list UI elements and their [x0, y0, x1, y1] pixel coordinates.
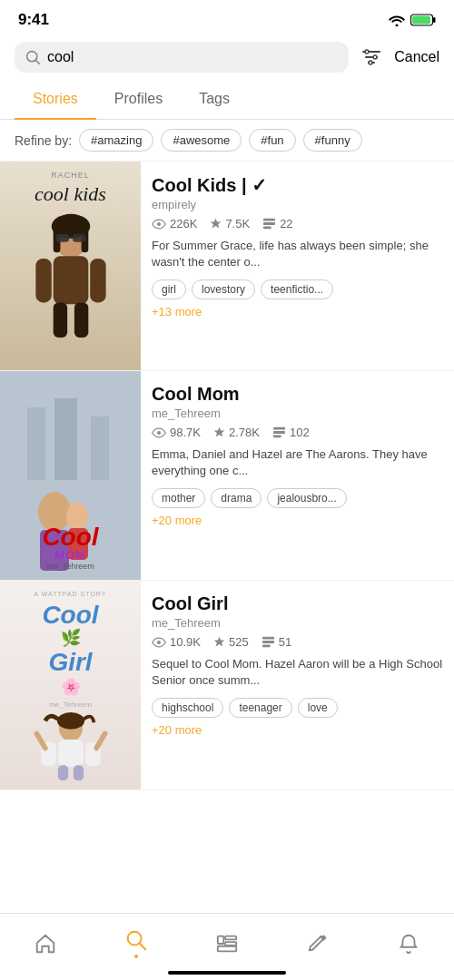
story-title: Cool Kids | ✓ — [152, 174, 443, 196]
more-tags[interactable]: +13 more — [152, 305, 443, 318]
nav-notifications[interactable] — [382, 928, 435, 959]
reads-stat: 98.7K — [152, 426, 201, 439]
svg-rect-36 — [273, 427, 285, 430]
svg-point-48 — [157, 641, 161, 644]
story-item-cool-mom[interactable]: AWATTPADSTORY Cool Mom me_Tehreem — [0, 371, 454, 581]
stars-stat: 7.5K — [210, 217, 250, 230]
tag-2[interactable]: jealousbro... — [267, 488, 346, 508]
svg-rect-29 — [54, 398, 77, 480]
chapters-icon — [262, 218, 276, 230]
svg-point-8 — [365, 50, 369, 54]
svg-rect-15 — [53, 303, 66, 338]
svg-rect-56 — [225, 942, 236, 946]
story-desc: For Summer Grace, life has always been s… — [152, 238, 443, 270]
svg-rect-24 — [263, 219, 275, 221]
more-tags[interactable]: +20 more — [152, 514, 443, 527]
nav-search[interactable] — [110, 925, 163, 962]
svg-rect-26 — [263, 226, 271, 229]
story-list: RACHEL cool kids — [0, 162, 454, 863]
svg-rect-25 — [263, 222, 275, 225]
chapters-icon — [272, 426, 286, 438]
star-icon — [213, 636, 225, 648]
tag-0[interactable]: girl — [152, 279, 186, 299]
wifi-icon — [389, 14, 405, 26]
svg-point-9 — [373, 55, 377, 59]
tag-2[interactable]: teenfictio... — [261, 279, 333, 299]
svg-line-46 — [36, 733, 44, 748]
reads-stat: 226K — [152, 217, 197, 230]
tag-2[interactable]: love — [298, 698, 338, 718]
svg-rect-51 — [262, 644, 271, 647]
tag-1[interactable]: teenager — [229, 698, 291, 718]
svg-rect-44 — [73, 765, 83, 780]
write-icon — [306, 932, 330, 956]
active-dot — [134, 955, 138, 958]
svg-rect-43 — [57, 765, 67, 780]
svg-point-23 — [157, 222, 161, 226]
svg-rect-2 — [412, 16, 430, 24]
chapters-icon — [262, 636, 275, 648]
chip-funny[interactable]: #funny — [303, 129, 362, 152]
refine-label: Refine by: — [15, 133, 72, 148]
eye-icon — [152, 219, 166, 230]
svg-rect-50 — [262, 641, 274, 643]
bell-icon — [397, 932, 420, 956]
story-cover-cool-girl: A WATTPAD STORY Cool 🌿 Girl 🌸 me_Tehreem — [0, 581, 141, 789]
story-author: me_Tehreem — [152, 407, 443, 420]
chip-fun[interactable]: #fun — [249, 129, 295, 152]
svg-rect-14 — [90, 259, 105, 302]
chapters-stat: 51 — [262, 635, 291, 649]
story-desc: Sequel to Cool Mom. Hazel Aaron will be … — [152, 656, 443, 689]
story-title: Cool Girl — [152, 593, 443, 614]
cover-illustration — [21, 211, 121, 338]
tag-0[interactable]: mother — [152, 488, 205, 508]
svg-point-35 — [157, 431, 161, 435]
svg-rect-20 — [55, 234, 68, 242]
stars-stat: 2.78K — [213, 426, 260, 439]
status-time: 9:41 — [18, 11, 49, 29]
story-author: empirely — [152, 198, 443, 211]
svg-rect-49 — [262, 637, 274, 640]
story-cover-cool-kids: RACHEL cool kids — [0, 162, 141, 370]
nav-home[interactable] — [19, 928, 72, 959]
chapters-stat: 22 — [262, 217, 292, 230]
chip-awesome[interactable]: #awesome — [161, 129, 242, 152]
tag-0[interactable]: highschool — [152, 698, 223, 718]
tab-tags[interactable]: Tags — [181, 80, 248, 120]
story-stats: 10.9K 525 51 — [152, 635, 443, 649]
search-input[interactable]: cool — [47, 49, 338, 65]
story-cover-cool-mom: AWATTPADSTORY Cool Mom me_Tehreem — [0, 371, 141, 580]
story-item-cool-girl[interactable]: A WATTPAD STORY Cool 🌿 Girl 🌸 me_Tehreem — [0, 581, 454, 790]
svg-rect-28 — [27, 407, 45, 480]
svg-point-10 — [369, 61, 372, 64]
more-tags[interactable]: +20 more — [152, 723, 443, 737]
status-icons — [389, 14, 436, 26]
tab-profiles[interactable]: Profiles — [96, 80, 181, 120]
filter-button[interactable] — [358, 45, 385, 69]
tag-1[interactable]: lovestory — [192, 279, 255, 299]
story-author: me_Tehreem — [152, 616, 443, 630]
tab-stories[interactable]: Stories — [15, 80, 96, 120]
svg-rect-21 — [72, 234, 84, 242]
story-tags: highschool teenager love — [152, 698, 443, 718]
tag-1[interactable]: drama — [211, 488, 262, 508]
svg-rect-16 — [74, 303, 87, 338]
story-info-cool-kids: Cool Kids | ✓ empirely 226K 7.5K — [141, 162, 454, 370]
svg-rect-30 — [91, 416, 109, 480]
svg-rect-37 — [273, 431, 285, 434]
filter-icon — [361, 49, 381, 65]
nav-browse[interactable] — [201, 928, 253, 959]
tabs-row: Stories Profiles Tags — [0, 80, 454, 120]
search-bar: cool Cancel — [0, 34, 454, 80]
svg-line-4 — [35, 60, 39, 64]
story-tags: girl lovestory teenfictio... — [152, 279, 443, 299]
story-tags: mother drama jealousbro... — [152, 488, 443, 508]
eye-icon — [152, 427, 166, 438]
chip-amazing[interactable]: #amazing — [79, 129, 153, 152]
nav-write[interactable] — [291, 928, 344, 959]
refine-row: Refine by: #amazing #awesome #fun #funny — [0, 120, 454, 162]
home-icon — [34, 932, 57, 956]
star-icon — [210, 218, 222, 230]
cancel-button[interactable]: Cancel — [394, 49, 439, 65]
story-item-cool-kids[interactable]: RACHEL cool kids — [0, 162, 454, 371]
